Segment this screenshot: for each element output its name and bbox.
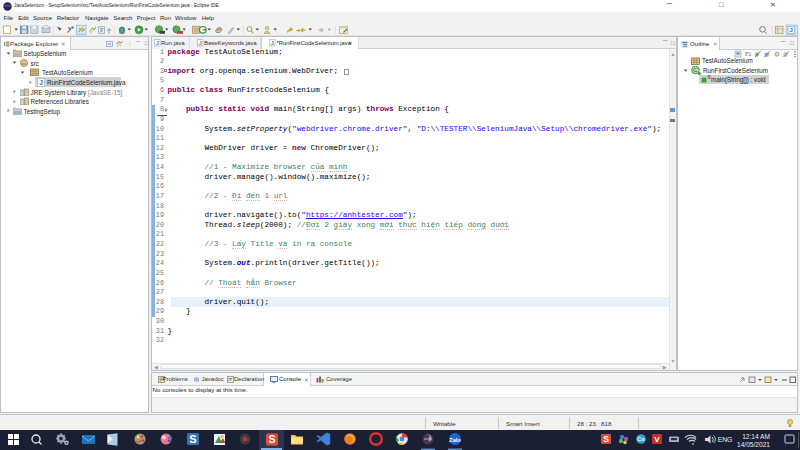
svg-text:14/05/2021: 14/05/2021 <box>737 441 770 448</box>
svg-text:S: S <box>603 434 609 444</box>
svg-text:J: J <box>790 27 793 33</box>
svg-text:S: S <box>268 433 275 445</box>
svg-text:J: J <box>39 79 43 86</box>
svg-text:J: J <box>271 40 274 46</box>
svg-text:J: J <box>199 40 202 46</box>
svg-text:12:14 AM: 12:14 AM <box>742 433 770 440</box>
svg-text:V: V <box>654 435 660 444</box>
svg-text:ENG: ENG <box>718 436 733 443</box>
svg-text:S: S <box>189 433 196 445</box>
svg-text:C: C <box>693 66 698 73</box>
svg-text:Zalo: Zalo <box>449 437 461 443</box>
svg-text:J: J <box>156 40 159 46</box>
svg-text:Co: Co <box>637 436 645 442</box>
